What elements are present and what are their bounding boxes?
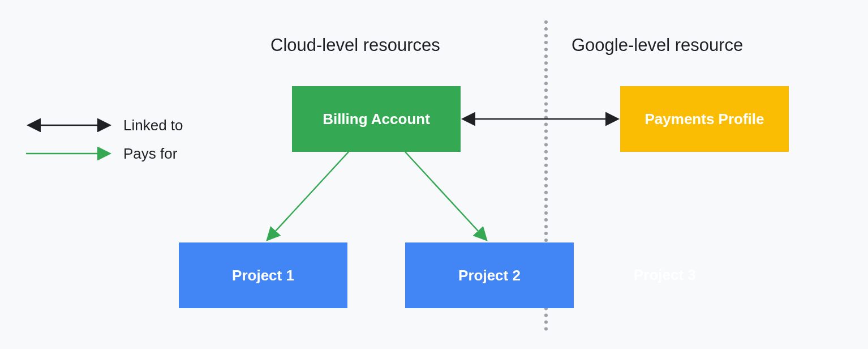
- payments-profile-label: Payments Profile: [645, 110, 764, 128]
- legend-pays-arrow-icon: [24, 147, 114, 160]
- diagram-canvas: Cloud-level resources Google-level resou…: [0, 0, 868, 349]
- payments-profile-box: Payments Profile: [620, 86, 789, 152]
- link-billing-project1: [267, 152, 349, 240]
- billing-account-box: Billing Account: [292, 86, 461, 152]
- legend-pays-label: Pays for: [123, 145, 177, 163]
- project-1-box: Project 1: [179, 242, 347, 308]
- legend-linked-arrow-icon: [24, 118, 114, 132]
- project-1-label: Project 1: [232, 267, 294, 284]
- heading-cloud-level: Cloud-level resources: [270, 35, 440, 56]
- link-billing-project2: [405, 152, 487, 240]
- heading-google-level: Google-level resource: [571, 35, 743, 56]
- billing-account-label: Billing Account: [323, 110, 430, 128]
- project-2-box: Project 2: [405, 242, 574, 308]
- project-2-label: Project 2: [458, 267, 521, 284]
- project-3-placeholder: Project 3: [634, 266, 696, 284]
- legend: Linked to Pays for: [24, 111, 183, 168]
- legend-linked-label: Linked to: [123, 117, 183, 134]
- legend-pays-row: Pays for: [24, 139, 183, 168]
- legend-linked-row: Linked to: [24, 111, 183, 139]
